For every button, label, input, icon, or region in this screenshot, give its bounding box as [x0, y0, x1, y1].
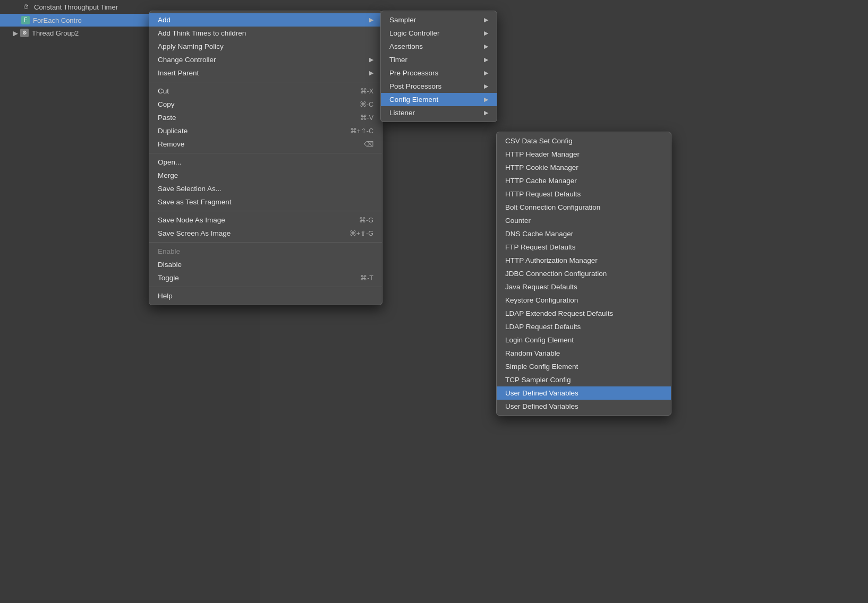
menu-item-label: Pre Processors: [389, 69, 438, 77]
menu-item-label: DNS Cache Manager: [505, 230, 573, 238]
menu-item-paste[interactable]: Paste ⌘-V: [149, 111, 382, 124]
menu-item-ldap-request-defaults[interactable]: LDAP Request Defaults: [497, 320, 671, 333]
menu-item-keystore-config[interactable]: Keystore Configuration: [497, 294, 671, 307]
menu-item-add-think-times[interactable]: Add Think Times to children: [149, 27, 382, 40]
menu-separator: [149, 153, 382, 153]
menu-item-timer[interactable]: Timer ▶: [381, 53, 497, 66]
menu-item-label: Duplicate: [158, 127, 188, 135]
menu-item-toggle[interactable]: Toggle ⌘-T: [149, 271, 382, 285]
shortcut-label: ⌘-G: [359, 216, 373, 224]
context-menu-add-submenu: Sampler ▶ Logic Controller ▶ Assertions …: [380, 11, 497, 122]
menu-item-assertions[interactable]: Assertions ▶: [381, 40, 497, 53]
menu-item-label: Assertions: [389, 42, 423, 50]
shortcut-label: ⌘-V: [360, 114, 374, 122]
menu-item-label: Add Think Times to children: [158, 29, 246, 37]
menu-item-user-defined-variables-2[interactable]: User Defined Variables: [497, 400, 671, 413]
timer-icon: ⏱: [21, 2, 31, 12]
menu-item-label: Save as Test Fragment: [158, 198, 232, 206]
menu-item-java-request-defaults[interactable]: Java Request Defaults: [497, 280, 671, 294]
menu-item-cut[interactable]: Cut ⌘-X: [149, 84, 382, 98]
menu-item-http-header-manager[interactable]: HTTP Header Manager: [497, 148, 671, 161]
menu-item-http-request-defaults[interactable]: HTTP Request Defaults: [497, 187, 671, 201]
menu-item-label: HTTP Authorization Manager: [505, 256, 598, 264]
menu-item-sampler[interactable]: Sampler ▶: [381, 13, 497, 27]
menu-item-add[interactable]: Add ▶: [149, 13, 382, 27]
menu-item-ldap-extended[interactable]: LDAP Extended Request Defaults: [497, 307, 671, 320]
submenu-arrow-icon: ▶: [484, 96, 488, 103]
shortcut-label: ⌘-X: [360, 87, 374, 95]
menu-item-http-auth-manager[interactable]: HTTP Authorization Manager: [497, 254, 671, 267]
menu-item-label: Logic Controller: [389, 29, 440, 37]
menu-item-post-processors[interactable]: Post Processors ▶: [381, 80, 497, 93]
menu-item-label: Sampler: [389, 16, 416, 24]
menu-item-merge[interactable]: Merge: [149, 169, 382, 182]
menu-item-change-controller[interactable]: Change Controller ▶: [149, 53, 382, 66]
menu-item-dns-cache-manager[interactable]: DNS Cache Manager: [497, 227, 671, 240]
menu-item-bolt-connection-config[interactable]: Bolt Connection Configuration: [497, 201, 671, 214]
submenu-arrow-icon: ▶: [484, 43, 488, 50]
menu-item-jdbc-connection-config[interactable]: JDBC Connection Configuration: [497, 267, 671, 280]
shortcut-label: ⌘-T: [360, 274, 373, 282]
submenu-arrow-icon: ▶: [484, 109, 488, 116]
shortcut-label: ⌘+⇧-G: [350, 229, 373, 237]
menu-item-save-selection[interactable]: Save Selection As...: [149, 182, 382, 195]
menu-item-insert-parent[interactable]: Insert Parent ▶: [149, 66, 382, 80]
menu-item-label: Enable: [158, 247, 180, 255]
shortcut-label: ⌘+⇧-C: [350, 127, 374, 135]
menu-item-label: Post Processors: [389, 82, 441, 90]
menu-item-tcp-sampler-config[interactable]: TCP Sampler Config: [497, 373, 671, 386]
shortcut-label: ⌘-C: [360, 100, 373, 108]
context-menu-config-element-submenu: CSV Data Set Config HTTP Header Manager …: [496, 132, 671, 416]
menu-item-http-cache-manager[interactable]: HTTP Cache Manager: [497, 174, 671, 187]
menu-item-enable[interactable]: Enable: [149, 245, 382, 258]
menu-item-label: TCP Sampler Config: [505, 376, 571, 384]
menu-item-remove[interactable]: Remove ⌫: [149, 137, 382, 151]
menu-item-ftp-request-defaults[interactable]: FTP Request Defaults: [497, 240, 671, 254]
menu-item-duplicate[interactable]: Duplicate ⌘+⇧-C: [149, 124, 382, 137]
menu-item-label: Save Selection As...: [158, 185, 222, 193]
menu-item-label: Save Screen As Image: [158, 229, 231, 237]
menu-item-label: HTTP Cache Manager: [505, 177, 577, 185]
menu-item-disable[interactable]: Disable: [149, 258, 382, 271]
menu-item-save-screen-image[interactable]: Save Screen As Image ⌘+⇧-G: [149, 227, 382, 240]
menu-item-label: Login Config Element: [505, 336, 574, 344]
menu-item-counter[interactable]: Counter: [497, 214, 671, 227]
menu-item-save-node-image[interactable]: Save Node As Image ⌘-G: [149, 213, 382, 227]
menu-item-login-config-element[interactable]: Login Config Element: [497, 333, 671, 347]
menu-item-label: Keystore Configuration: [505, 296, 578, 304]
menu-item-label: Remove: [158, 140, 184, 148]
menu-item-user-defined-variables-1[interactable]: User Defined Variables: [497, 386, 671, 400]
menu-item-apply-naming[interactable]: Apply Naming Policy: [149, 40, 382, 53]
submenu-arrow-icon: ▶: [369, 56, 373, 63]
gear-icon: ⚙: [20, 29, 29, 37]
menu-item-label: Random Variable: [505, 349, 560, 357]
menu-item-label: CSV Data Set Config: [505, 137, 573, 145]
menu-item-label: HTTP Cookie Manager: [505, 163, 578, 171]
foreach-icon: F: [21, 16, 30, 24]
menu-separator: [149, 287, 382, 287]
menu-item-config-element[interactable]: Config Element ▶: [381, 93, 497, 106]
menu-item-label: Open...: [158, 158, 181, 166]
menu-item-http-cookie-manager[interactable]: HTTP Cookie Manager: [497, 161, 671, 174]
menu-item-random-variable[interactable]: Random Variable: [497, 347, 671, 360]
menu-item-save-test-fragment[interactable]: Save as Test Fragment: [149, 195, 382, 209]
menu-item-label: HTTP Header Manager: [505, 150, 580, 158]
menu-item-csv-data-set-config[interactable]: CSV Data Set Config: [497, 134, 671, 148]
menu-item-listener[interactable]: Listener ▶: [381, 106, 497, 119]
menu-item-label: Paste: [158, 114, 176, 122]
menu-item-open[interactable]: Open...: [149, 156, 382, 169]
menu-item-label: JDBC Connection Configuration: [505, 270, 607, 278]
menu-item-label: Save Node As Image: [158, 216, 225, 224]
menu-item-pre-processors[interactable]: Pre Processors ▶: [381, 66, 497, 80]
menu-item-copy[interactable]: Copy ⌘-C: [149, 98, 382, 111]
menu-item-help[interactable]: Help: [149, 289, 382, 303]
menu-item-label: LDAP Request Defaults: [505, 323, 581, 331]
menu-item-label: LDAP Extended Request Defaults: [505, 309, 613, 317]
menu-item-label: Config Element: [389, 96, 438, 104]
menu-separator: [149, 242, 382, 243]
menu-item-label: User Defined Variables: [505, 402, 578, 410]
submenu-arrow-icon: ▶: [369, 70, 373, 76]
menu-item-simple-config-element[interactable]: Simple Config Element: [497, 360, 671, 373]
menu-item-logic-controller[interactable]: Logic Controller ▶: [381, 27, 497, 40]
submenu-arrow-icon: ▶: [484, 56, 488, 63]
